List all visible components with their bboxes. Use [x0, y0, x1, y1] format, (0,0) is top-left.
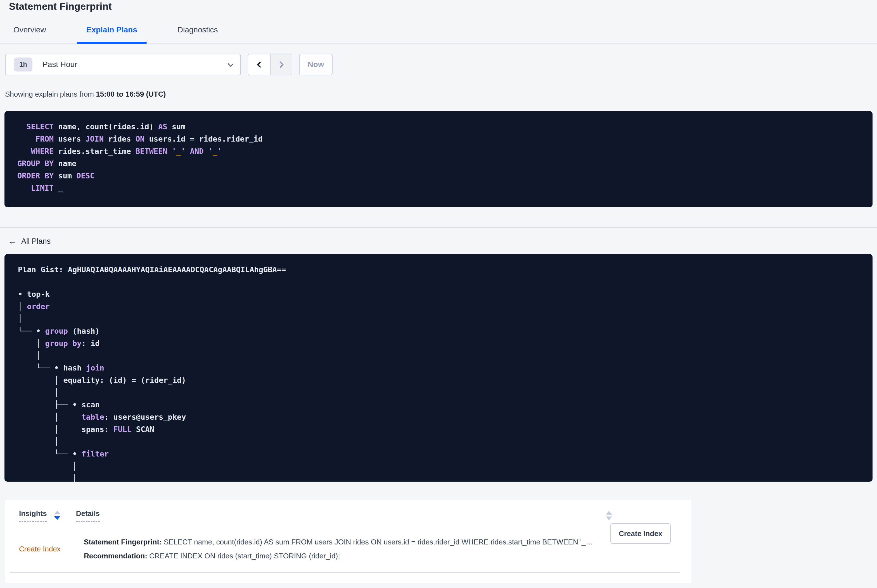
now-button[interactable]: Now	[299, 54, 332, 75]
recommendation-line: Recommendation: CREATE INDEX ON rides (s…	[84, 549, 596, 563]
chevron-down-icon	[228, 61, 234, 67]
plan-gist-code: Plan Gist: AgHUAQIABQAAAAHYAQIAiAEAAAADC…	[5, 254, 872, 482]
create-index-button[interactable]: Create Index	[611, 523, 671, 544]
caret-down-icon	[54, 516, 60, 520]
statement-fingerprint-line: Statement Fingerprint: SELECT name, coun…	[84, 535, 596, 549]
statement-fingerprint-page: Statement Fingerprint Overview Explain P…	[0, 0, 877, 588]
sql-fingerprint-code: SELECT name, count(rides.id) AS sum FROM…	[5, 111, 872, 207]
prev-time-button[interactable]	[248, 54, 270, 75]
time-range-badge: 1h	[14, 57, 32, 72]
insights-table-header: Insights Details	[5, 500, 691, 522]
showing-prefix: Showing explain plans from	[5, 90, 96, 98]
page-title: Statement Fingerprint	[9, 0, 877, 12]
chevron-right-icon	[277, 61, 284, 68]
tab-overview-label: Overview	[14, 26, 46, 34]
showing-range-text: Showing explain plans from 15:00 to 16:5…	[5, 89, 877, 99]
tab-bar: Overview Explain Plans Diagnostics	[0, 25, 877, 44]
sort-icon-details[interactable]	[606, 511, 612, 520]
column-header-details[interactable]: Details	[76, 509, 100, 522]
next-time-button[interactable]	[270, 54, 292, 75]
recommendation-label: Recommendation:	[84, 552, 147, 560]
tab-overview[interactable]: Overview	[4, 25, 56, 43]
column-header-insights[interactable]: Insights	[19, 509, 47, 522]
caret-up-icon	[606, 511, 612, 514]
time-range-label: Past Hour	[42, 60, 77, 69]
time-controls: 1h Past Hour Now	[5, 54, 877, 75]
tab-diagnostics-label: Diagnostics	[178, 26, 218, 34]
caret-up-icon	[54, 511, 60, 514]
time-range-select[interactable]: 1h Past Hour	[5, 54, 241, 75]
sort-icon-insights[interactable]	[54, 511, 60, 520]
header-rule	[10, 524, 680, 524]
section-divider	[0, 227, 877, 228]
caret-down-icon	[606, 516, 612, 520]
row-rule	[10, 572, 680, 573]
all-plans-link[interactable]: ← All Plans	[8, 236, 51, 246]
chevron-left-icon	[257, 61, 263, 68]
tab-explain-plans-label: Explain Plans	[86, 26, 137, 34]
showing-range: 15:00 to 16:59 (UTC)	[96, 90, 166, 98]
arrow-left-icon: ←	[8, 236, 17, 246]
all-plans-label: All Plans	[21, 236, 51, 246]
statement-fingerprint-label: Statement Fingerprint:	[84, 538, 162, 546]
insight-row: Create Index Statement Fingerprint: SELE…	[5, 535, 691, 563]
tab-diagnostics[interactable]: Diagnostics	[168, 25, 227, 43]
time-nav-button-group	[248, 54, 292, 75]
recommendation-text: CREATE INDEX ON rides (start_time) STORI…	[147, 552, 340, 560]
insight-type-link[interactable]: Create Index	[19, 544, 84, 554]
tab-explain-plans[interactable]: Explain Plans	[77, 25, 147, 43]
insight-details-cell: Statement Fingerprint: SELECT name, coun…	[84, 535, 691, 563]
statement-fingerprint-text: SELECT name, count(rides.id) AS sum FROM…	[162, 538, 593, 546]
insights-table-card: Insights Details Create Index Statement …	[5, 500, 691, 583]
